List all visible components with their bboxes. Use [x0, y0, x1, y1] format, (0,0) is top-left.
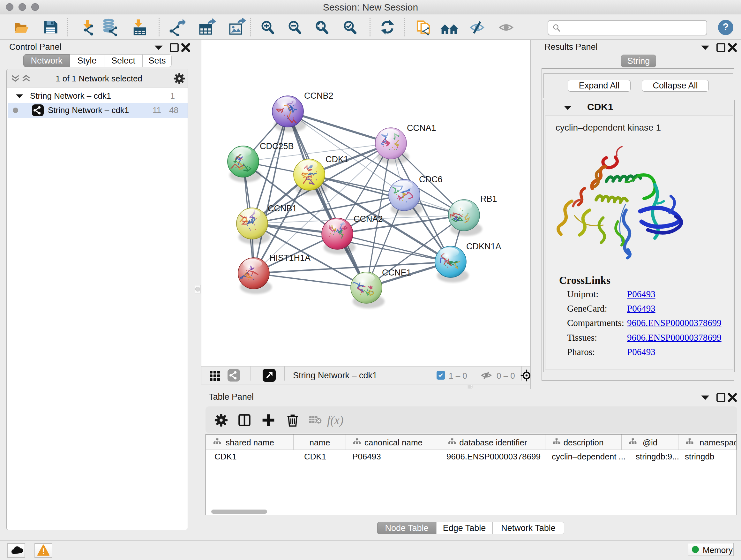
svg-text:CCNB2: CCNB2	[304, 91, 333, 101]
svg-text:CDK1: CDK1	[326, 154, 348, 164]
svg-text:CDC6: CDC6	[419, 175, 443, 184]
svg-text:CDC25B: CDC25B	[260, 141, 294, 151]
svg-text:CCNE1: CCNE1	[382, 268, 411, 277]
svg-text:CDKN1A: CDKN1A	[466, 242, 501, 251]
svg-text:CCNB1: CCNB1	[268, 204, 297, 213]
svg-text:CCNA1: CCNA1	[407, 123, 436, 133]
svg-text:HIST1H1A: HIST1H1A	[269, 253, 311, 263]
svg-text:CCNA2: CCNA2	[354, 214, 383, 224]
svg-text:RB1: RB1	[480, 194, 497, 204]
svg-text:?: ?	[723, 21, 729, 33]
